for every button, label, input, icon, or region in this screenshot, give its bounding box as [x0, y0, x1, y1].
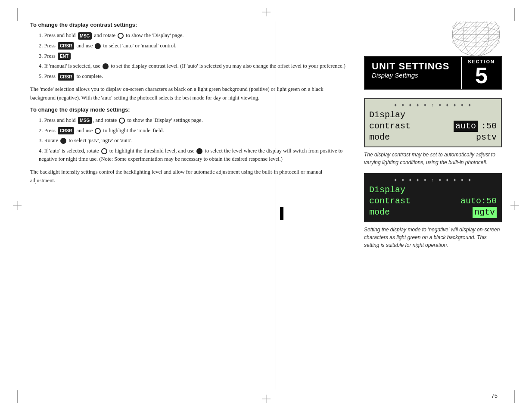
contrast-steps-list: 1. Press and hold MSG and rotate to show…	[39, 31, 347, 81]
section-header: UNIT SETTINGS Display Settings SECTION 5	[364, 56, 502, 90]
mode-description-para: The 'mode' selection allows you to displ…	[30, 85, 347, 102]
screen1-value2: auto	[454, 121, 478, 132]
select-icon-1	[95, 43, 101, 49]
screen1-dots: ♦ ♦ ♦ ♦ ♦ ↑ ♦ ♦ ♦ ♦ ♦	[369, 103, 497, 108]
mode-steps-list: 1. Press and hold MSG, and rotate to sho…	[39, 116, 347, 163]
section-num: 5	[475, 64, 488, 87]
section-number-block: SECTION 5	[461, 57, 501, 89]
crosshair-left	[13, 201, 22, 210]
screen2-dots: ♦ ♦ ♦ ♦ ♦ ↑ ♦ ♦ ♦ ♦ ♦	[369, 177, 497, 183]
screen2-label3: mode	[369, 207, 473, 218]
caption-2: Setting the display mode to 'negative' w…	[364, 226, 502, 249]
msg-badge: MSG	[78, 32, 92, 40]
crosshair-bottom	[262, 395, 271, 403]
mode-step-4: 4. If 'auto' is selected, rotate to high…	[39, 147, 347, 163]
screen1-label3: mode	[369, 132, 476, 143]
crosshair-top	[262, 8, 271, 16]
msg-badge-2: MSG	[78, 117, 92, 124]
screen2-value3: ngtv	[473, 207, 497, 218]
select-icon-4	[196, 148, 202, 154]
screen1-label1: Display	[369, 109, 497, 121]
contrast-step-5: 5. Press CRSR to complete.	[39, 72, 347, 81]
rotate-icon-4	[101, 148, 107, 154]
screen2-label2: contrast	[369, 196, 460, 207]
mode-step-2: 2. Press CRSR and use to highlight the '…	[39, 127, 347, 135]
heading-contrast: To change the display contrast settings:	[30, 22, 347, 28]
display-screen-2: ♦ ♦ ♦ ♦ ♦ ↑ ♦ ♦ ♦ ♦ ♦ Display contrast a…	[364, 173, 502, 222]
crosshair-right	[510, 201, 519, 210]
corner-border-bl	[17, 390, 30, 403]
select-icon-3	[95, 128, 101, 134]
screen2-row2: contrast auto :50	[369, 196, 497, 207]
rotate-icon-1	[118, 33, 124, 39]
screen1-row1: Display	[369, 109, 497, 121]
select-icon-2	[103, 63, 109, 69]
crsr-badge-2: CRSR	[58, 73, 74, 81]
backlight-para: The backlight intensity settings control…	[30, 168, 347, 185]
crsr-badge-3: CRSR	[58, 127, 74, 134]
left-column: To change the display contrast settings:…	[30, 22, 351, 389]
screen1-label2: contrast	[369, 121, 454, 132]
heading-mode: To change the display mode settings:	[30, 106, 347, 113]
contrast-step-4: 4. If 'manual' is selected, use to set t…	[39, 62, 347, 70]
caption-1: The display contrast may be set to autom…	[364, 151, 502, 166]
screen2-row3: mode ngtv	[369, 207, 497, 218]
rotate-icon-3	[60, 138, 66, 144]
mode-step-3: 3. Rotate to select 'pstv', 'ngtv' or 'a…	[39, 137, 347, 145]
contrast-step-1: 1. Press and hold MSG and rotate to show…	[39, 31, 347, 40]
screen1-row3: mode pstv	[369, 132, 497, 143]
screen2-row1: Display	[369, 184, 497, 196]
screen2-number2: :50	[481, 196, 497, 207]
display-settings-subtitle: Display Settings	[372, 72, 454, 79]
corner-border-tl	[17, 8, 30, 21]
section-title-block: UNIT SETTINGS Display Settings	[365, 57, 461, 89]
screen1-number2: :50	[478, 121, 497, 132]
contrast-step-2: 2. Press CRSR and use to select 'auto' o…	[39, 42, 347, 50]
mode-step-1: 1. Press and hold MSG, and rotate to sho…	[39, 116, 347, 125]
rotate-icon-2	[119, 118, 125, 124]
display-screen-1: ♦ ♦ ♦ ♦ ♦ ↑ ♦ ♦ ♦ ♦ ♦ Display contrast a…	[364, 98, 502, 147]
screen2-label1: Display	[369, 184, 497, 196]
right-column: UNIT SETTINGS Display Settings SECTION 5…	[364, 22, 502, 389]
globe-svg	[364, 22, 502, 56]
corner-border-tr	[502, 8, 515, 21]
deco-globe-image	[364, 22, 502, 56]
crsr-badge-1: CRSR	[58, 42, 74, 50]
corner-border-br	[502, 390, 515, 403]
screen1-value3: pstv	[476, 132, 497, 143]
contrast-step-3: 3. Press ENT	[39, 52, 347, 60]
page-number: 75	[492, 392, 498, 399]
unit-settings-title: UNIT SETTINGS	[372, 61, 454, 72]
screen1-row2: contrast auto :50	[369, 121, 497, 132]
screen2-value2: auto	[460, 196, 481, 207]
ent-badge: ENT	[58, 53, 71, 60]
